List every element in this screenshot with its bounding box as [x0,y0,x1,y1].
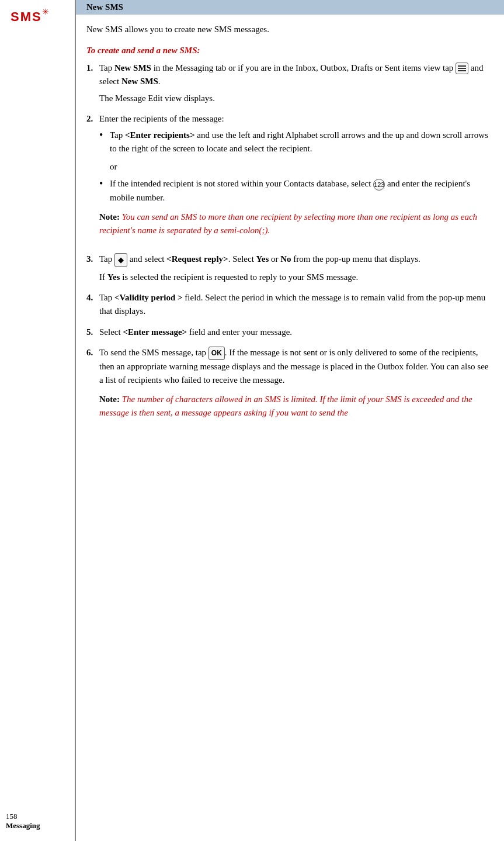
step-3-yes: Yes [256,254,269,264]
step-5-text: Select <Enter message> field and enter y… [99,327,292,337]
step-4: 4. Tap <Validity period > field. Select … [86,291,493,319]
intro-text: New SMS allows you to create new SMS mes… [86,23,493,36]
step-5-content: Select <Enter message> field and enter y… [99,326,493,339]
step-6-content: To send the SMS message, tap OK. If the … [99,346,493,428]
step-2-note: Note: You can send an SMS to more than o… [99,210,493,238]
step-1-bold-2: New SMS [121,77,158,86]
step-3-content: Tap ◆ and select <Request reply>. Select… [99,252,493,284]
note-6-text: The number of characters allowed in an S… [99,394,472,417]
page-number: 158 [6,812,18,821]
step-5-bold: <Enter message> [123,327,187,337]
note-2-label: Note: [99,212,120,222]
step-5-number: 5. [86,326,99,339]
section-heading: To create and send a new SMS: [86,46,493,56]
step-3-bold-1: <Request reply> [166,254,228,264]
page-title: New SMS [76,0,504,15]
step-4-content: Tap <Validity period > field. Select the… [99,291,493,319]
sidebar: SMS ✳ 158 Messaging [0,0,76,841]
step-2: 2. Enter the recipients of the message: … [86,112,493,245]
step-1: 1. Tap New SMS in the Messaging tab or i… [86,61,493,106]
step-4-number: 4. [86,291,99,319]
step-1-content: Tap New SMS in the Messaging tab or if y… [99,61,493,106]
step-2-content: Enter the recipients of the message: • T… [99,112,493,245]
ok-icon: OK [208,347,225,360]
bullet-dot-2: • [99,176,110,192]
bullet-2: • If the intended recipient is not store… [99,177,493,205]
step-3-number: 3. [86,252,99,284]
bullet-dot-1: • [99,127,110,144]
step-3-text: Tap ◆ and select <Request reply>. Select… [99,254,420,264]
step-6-text: To send the SMS message, tap OK. If the … [99,348,489,385]
note-2-text: You can send an SMS to more than one rec… [99,212,477,235]
bullet-list: • Tap <Enter recipients> and use the lef… [99,129,493,205]
footer-label: Messaging [6,821,40,830]
logo-spark: ✳ [42,7,49,17]
or-line: or [110,160,493,174]
step-3: 3. Tap ◆ and select <Request reply>. Sel… [86,252,493,284]
step-6-note: Note: The number of characters allowed i… [99,393,493,420]
step-1-bold-1: New SMS [114,63,151,72]
footer: 158 Messaging [6,812,40,830]
123-icon: 123 [373,179,385,191]
menu-icon [456,63,468,74]
step-5: 5. Select <Enter message> field and ente… [86,326,493,339]
step-4-text: Tap <Validity period > field. Select the… [99,293,485,316]
step-3-no: No [280,254,291,264]
step-3-subnote-yes: Yes [107,272,120,282]
and-text: and [471,63,484,72]
main-content: New SMS New SMS allows you to create new… [76,0,504,841]
note-6-label: Note: [99,394,120,404]
bullet-1-text: Tap <Enter recipients> and use the left … [110,129,493,156]
step-2-number: 2. [86,112,99,245]
bullet-1: • Tap <Enter recipients> and use the lef… [99,129,493,156]
bullet-1-bold: <Enter recipients> [125,130,194,140]
steps-list: 1. Tap New SMS in the Messaging tab or i… [86,61,493,428]
step-6-number: 6. [86,346,99,428]
nav-icon: ◆ [114,253,127,267]
bullet-2-text: If the intended recipient is not stored … [110,177,493,205]
step-3-subnote: If Yes is selected the recipient is requ… [99,271,493,284]
step-2-text: Enter the recipients of the message: [99,114,224,123]
step-6: 6. To send the SMS message, tap OK. If t… [86,346,493,428]
app-logo: SMS ✳ [6,6,42,25]
logo-text: SMS [11,9,42,24]
step-1-number: 1. [86,61,99,106]
step-1-subnote: The Message Edit view displays. [99,92,493,105]
step-4-bold: <Validity period > [114,293,183,302]
step-1-text: Tap New SMS in the Messaging tab or if y… [99,63,484,86]
